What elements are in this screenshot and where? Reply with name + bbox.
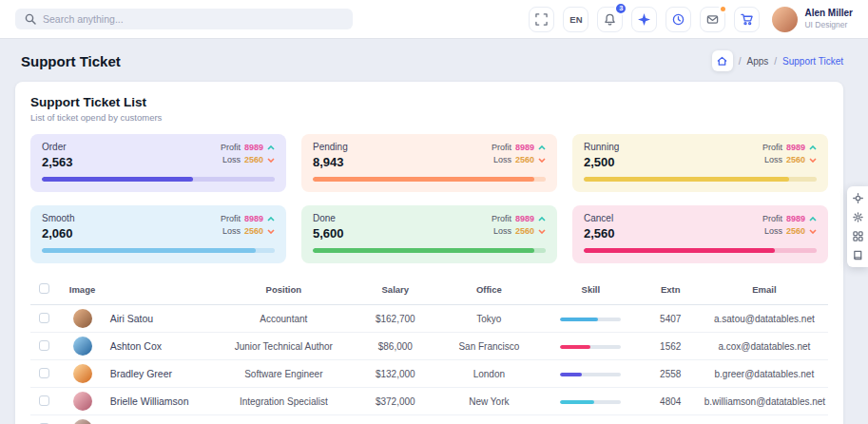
employee-extn: 1562 [641, 333, 701, 360]
stat-value: 5,600 [313, 226, 344, 241]
customizer-rail[interactable] [847, 186, 868, 267]
stat-card-done: Done 5,600 Profit8989 Loss2560 [301, 205, 557, 263]
stat-card-cancel: Cancel 2,560 Profit8989 Loss2560 [572, 205, 828, 263]
progress-fill [313, 248, 534, 253]
col-header-salary[interactable]: Salary [354, 278, 437, 305]
col-header-image[interactable]: Image [58, 278, 106, 305]
employee-position: Pre-Sales Support [214, 415, 354, 424]
skill-bar [560, 400, 621, 404]
cart-button[interactable] [734, 7, 760, 32]
chevron-down-icon [809, 229, 817, 234]
panel-title: Support Ticket List [30, 95, 828, 109]
breadcrumb-separator: / [774, 56, 777, 67]
docs-book-icon[interactable] [853, 250, 863, 260]
loss-label: Loss [493, 154, 511, 166]
col-header-office[interactable]: Office [437, 278, 541, 305]
global-search[interactable] [15, 9, 353, 29]
stat-card-smooth: Smooth 2,060 Profit8989 Loss2560 [30, 205, 286, 263]
fullscreen-icon [535, 13, 548, 26]
breadcrumb-home-button[interactable] [712, 50, 733, 71]
table-row[interactable]: Airi Satou Accountant $162,700 Tokyo 540… [30, 305, 828, 333]
select-all-checkbox[interactable] [39, 283, 49, 294]
row-checkbox[interactable] [39, 368, 49, 378]
fullscreen-button[interactable] [529, 7, 554, 32]
user-name: Alen Miller [804, 8, 853, 20]
employee-position: Software Engineer [214, 360, 354, 388]
skill-bar-fill [560, 345, 590, 349]
loss-value: 2560 [786, 154, 805, 166]
breadcrumb-current[interactable]: Support Ticket [782, 56, 843, 67]
breadcrumb-apps[interactable]: Apps [747, 56, 769, 67]
chevron-up-icon [538, 145, 546, 150]
chevron-down-icon [538, 158, 546, 163]
loss-label: Loss [222, 154, 241, 166]
profit-value: 8989 [515, 142, 534, 154]
employee-office: Tokyo [437, 305, 541, 333]
top-header: EN 3 Alen Miller UI Designer [0, 0, 868, 38]
chevron-down-icon [538, 229, 546, 234]
row-checkbox[interactable] [39, 395, 49, 406]
col-header-extn[interactable]: Extn [641, 278, 701, 305]
loss-value: 2560 [244, 154, 263, 166]
notification-badge: 3 [614, 2, 627, 15]
ai-assistant-button[interactable] [631, 7, 657, 32]
table-header-row: Image Position Salary Office Skill Extn … [30, 278, 828, 305]
employee-extn: 8330 [641, 415, 701, 424]
loss-value: 2560 [515, 225, 534, 238]
stat-label: Order [42, 142, 73, 152]
skill-bar-fill [560, 400, 593, 404]
search-input[interactable] [43, 13, 343, 25]
table-row[interactable]: Bradley Greer Software Engineer $132,000… [30, 360, 828, 388]
chevron-down-icon [267, 229, 275, 234]
col-header-email[interactable]: Email [701, 278, 828, 305]
messages-button[interactable] [700, 7, 725, 32]
theme-icon[interactable] [853, 193, 863, 203]
row-checkbox[interactable] [39, 313, 49, 323]
table-row[interactable]: Caesar Vance Pre-Sales Support $106,450 … [30, 415, 828, 424]
employee-name: Caesar Vance [106, 415, 214, 424]
employee-salary: $162,700 [354, 305, 437, 333]
stats-grid: Order 2,563 Profit8989 Loss2560 Pending … [30, 134, 828, 263]
profit-value: 8989 [786, 213, 805, 225]
support-ticket-panel: Support Ticket List List of ticket opend… [15, 82, 843, 424]
table-row[interactable]: Brielle Williamson Integration Specialis… [30, 388, 828, 415]
history-button[interactable] [665, 7, 691, 32]
progress-fill [584, 248, 775, 253]
employee-email: b.greer@datatables.net [701, 360, 828, 388]
progress-track [313, 248, 546, 253]
user-role: UI Designer [804, 20, 853, 30]
stat-card-running: Running 2,500 Profit8989 Loss2560 [572, 134, 828, 192]
employee-extn: 4804 [641, 388, 701, 415]
home-icon [717, 56, 727, 67]
employee-office: London [437, 360, 541, 388]
employee-avatar [73, 419, 92, 424]
row-checkbox[interactable] [39, 340, 49, 351]
progress-track [313, 177, 546, 182]
profit-value: 8989 [515, 213, 534, 225]
progress-track [584, 177, 817, 182]
bell-icon [604, 13, 616, 26]
table-row[interactable]: Ashton Cox Junior Technical Author $86,0… [30, 333, 828, 360]
user-menu[interactable]: Alen Miller UI Designer [772, 7, 853, 32]
language-button[interactable]: EN [563, 7, 588, 32]
stat-value: 2,560 [584, 226, 615, 241]
profit-label: Profit [221, 142, 241, 154]
chevron-up-icon [809, 145, 817, 150]
employee-salary: $372,000 [354, 388, 437, 415]
col-header-skill[interactable]: Skill [541, 278, 641, 305]
profit-value: 8989 [244, 142, 263, 154]
employee-avatar [73, 364, 92, 383]
employee-position: Junior Technical Author [214, 333, 354, 360]
settings-gear-icon[interactable] [853, 212, 863, 222]
employee-name: Bradley Greer [106, 360, 214, 388]
header-actions: EN 3 Alen Miller UI Designer [520, 7, 853, 32]
chevron-down-icon [809, 158, 817, 163]
chevron-up-icon [267, 145, 275, 150]
col-header-position[interactable]: Position [214, 278, 354, 305]
stat-value: 8,943 [313, 155, 348, 169]
layout-grid-icon[interactable] [853, 231, 863, 241]
stat-label: Done [313, 213, 344, 223]
chevron-down-icon [267, 158, 275, 163]
skill-bar-fill [560, 373, 581, 376]
notifications-button[interactable]: 3 [597, 7, 623, 32]
